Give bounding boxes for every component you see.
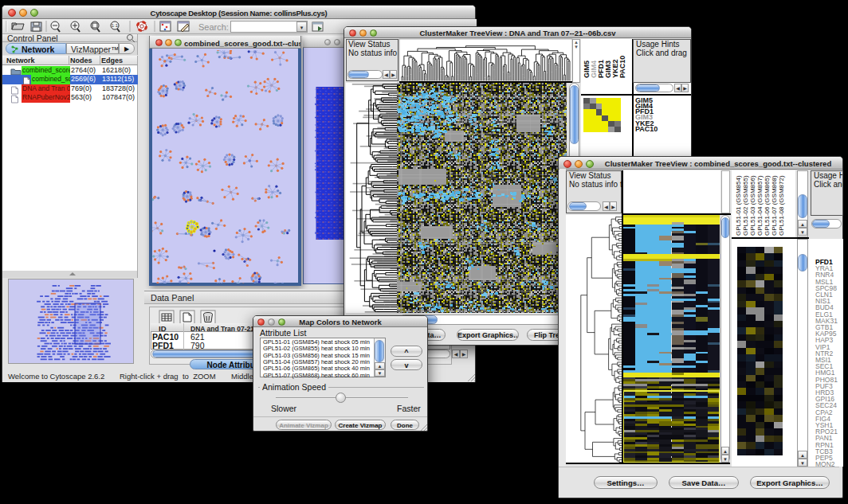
svg-text:1:1: 1:1	[112, 23, 119, 28]
